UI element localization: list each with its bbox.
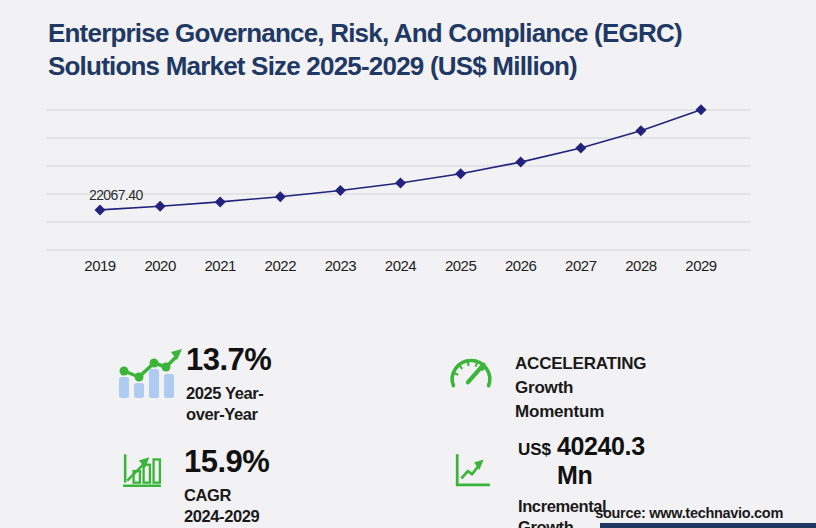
cagr-label: CAGR 2024-2029 [184,485,269,527]
x-axis-tick-label: 2021 [205,257,237,274]
data-point-marker [95,204,106,215]
x-axis-tick-label: 2019 [84,257,116,274]
yoy-value: 13.7% [186,344,271,375]
source-underline-bar [600,523,816,528]
data-point-marker [275,191,286,202]
incremental-currency: US$ [518,440,551,460]
cagr-value: 15.9% [184,446,269,477]
x-axis-tick-label: 2024 [385,257,417,274]
x-axis-tick-label: 2020 [144,257,176,274]
speedometer-icon [447,352,495,394]
momentum-label: Growth Momentum [515,376,646,424]
data-point-marker [155,201,166,212]
yoy-label: 2025 Year-over-Year [186,383,271,425]
data-point-marker [635,125,646,136]
bar-line-growth-icon [112,346,188,402]
series-line [100,110,701,210]
data-point-marker [395,177,406,188]
data-point-marker [215,196,226,207]
x-axis-tick-label: 2028 [625,257,657,274]
x-axis-tick-label: 2029 [685,257,717,274]
first-point-data-label: 22067.40 [89,187,143,203]
x-axis-tick-label: 2025 [445,257,477,274]
source-credit: source: www.technavio.com [520,505,783,521]
data-point-marker [455,168,466,179]
incremental-value: 40240.3 Mn [557,432,645,490]
momentum-value: ACCELERATING [515,352,646,376]
data-point-marker [696,104,707,115]
bar-chart-growth-icon [122,451,162,489]
x-axis-tick-label: 2026 [505,257,537,274]
data-point-marker [575,142,586,153]
x-axis-tick-label: 2027 [565,257,597,274]
x-axis-tick-label: 2023 [325,257,357,274]
market-size-line-chart: 2019202020212022202320242025202620272028… [0,0,816,290]
line-chart-axis-icon [453,452,491,488]
x-axis-tick-label: 2022 [265,257,297,274]
